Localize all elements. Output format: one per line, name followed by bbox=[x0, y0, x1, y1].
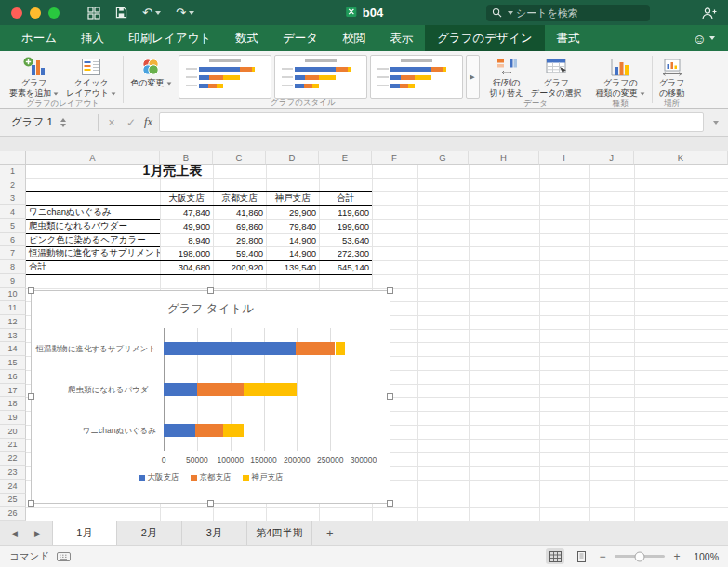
sheet-tab-2[interactable]: 3月 bbox=[182, 521, 247, 545]
chart-bar-segment[interactable] bbox=[164, 342, 296, 355]
row-header-10[interactable]: 10 bbox=[0, 288, 26, 302]
row-header-12[interactable]: 12 bbox=[0, 315, 26, 329]
cell-value-r4c1[interactable]: 198,000 bbox=[160, 246, 213, 260]
gallery-more-button[interactable]: ▶ bbox=[466, 55, 480, 99]
close-window-button[interactable] bbox=[11, 7, 22, 19]
column-header-B[interactable]: B bbox=[160, 151, 213, 165]
chart-resize-handle-top-center[interactable] bbox=[207, 287, 214, 294]
chart-bar-segment[interactable] bbox=[195, 424, 223, 437]
cell-column-header-1[interactable]: 大阪支店 bbox=[160, 191, 213, 205]
column-header-D[interactable]: D bbox=[266, 151, 319, 165]
switch-row-column-button[interactable]: 行/列の 切り替え bbox=[486, 55, 527, 99]
row-header-9[interactable]: 9 bbox=[0, 274, 26, 288]
row-header-18[interactable]: 18 bbox=[0, 397, 26, 411]
cell-value-r2c4[interactable]: 199,600 bbox=[319, 219, 372, 233]
enter-button[interactable]: ✓ bbox=[125, 116, 138, 129]
chart-resize-handle-top-left[interactable] bbox=[28, 287, 34, 294]
chart-resize-handle-bottom-right[interactable] bbox=[387, 500, 393, 507]
sheet-tab-1[interactable]: 2月 bbox=[117, 521, 182, 545]
ribbon-tab-6[interactable]: 表示 bbox=[377, 25, 425, 51]
ribbon-tab-4[interactable]: データ bbox=[271, 25, 330, 51]
cell-value-r1c4[interactable]: 119,600 bbox=[319, 205, 372, 219]
row-header-1[interactable]: 1 bbox=[0, 165, 26, 178]
cell-row-label-2[interactable]: 爬虫類になれるパウダー bbox=[26, 219, 160, 233]
row-header-26[interactable]: 26 bbox=[0, 507, 26, 521]
cell-value-r4c4[interactable]: 272,300 bbox=[319, 246, 372, 260]
cell-value-r1c3[interactable]: 29,900 bbox=[266, 205, 319, 219]
chart-resize-handle-middle-right[interactable] bbox=[387, 393, 393, 400]
column-header-J[interactable]: J bbox=[589, 151, 634, 165]
cell-column-header-3[interactable]: 神戸支店 bbox=[266, 191, 319, 205]
cell-total-value-4[interactable]: 645,140 bbox=[319, 260, 372, 274]
legend-item[interactable]: 京都支店 bbox=[191, 472, 232, 483]
column-header-C[interactable]: C bbox=[213, 151, 266, 165]
cell-row-label-3[interactable]: ピンク色に染めるヘアカラー bbox=[26, 233, 160, 247]
row-header-11[interactable]: 11 bbox=[0, 301, 26, 315]
zoom-level-label[interactable]: 100% bbox=[689, 551, 719, 562]
cell-total-label[interactable]: 合計 bbox=[26, 260, 160, 274]
cell-row-label-1[interactable]: ワニchanぬいぐるみ bbox=[26, 205, 160, 219]
row-header-14[interactable]: 14 bbox=[0, 342, 26, 356]
prev-sheet-icon[interactable]: ◀ bbox=[11, 529, 18, 538]
chart-bar-segment[interactable] bbox=[164, 383, 197, 396]
redo-button[interactable]: ↷ bbox=[176, 7, 194, 19]
row-header-22[interactable]: 22 bbox=[0, 452, 26, 466]
undo-button[interactable]: ↶ bbox=[142, 7, 161, 19]
ribbon-tab-0[interactable]: ホーム bbox=[9, 25, 69, 51]
chart-bar-segment[interactable] bbox=[336, 342, 346, 355]
cell-column-header-4[interactable]: 合計 bbox=[319, 191, 372, 205]
workbook-gallery-icon[interactable] bbox=[87, 7, 100, 20]
ribbon-tab-7[interactable]: グラフのデザイン bbox=[425, 25, 544, 51]
ribbon-tab-3[interactable]: 数式 bbox=[223, 25, 271, 51]
column-header-E[interactable]: E bbox=[319, 151, 372, 165]
row-header-24[interactable]: 24 bbox=[0, 480, 26, 494]
chart-resize-handle-middle-left[interactable] bbox=[28, 393, 34, 400]
sheet-tab-3[interactable]: 第4四半期 bbox=[247, 521, 312, 545]
minimize-window-button[interactable] bbox=[30, 7, 41, 19]
row-header-17[interactable]: 17 bbox=[0, 384, 26, 398]
cell-value-r1c2[interactable]: 41,860 bbox=[213, 205, 266, 219]
row-header-7[interactable]: 7 bbox=[0, 246, 26, 260]
fullscreen-window-button[interactable] bbox=[48, 7, 60, 19]
ribbon-tab-5[interactable]: 校閲 bbox=[330, 25, 377, 51]
share-people-icon[interactable] bbox=[701, 7, 717, 20]
quick-layout-button[interactable]: クイック レイアウト bbox=[62, 55, 120, 99]
column-header-G[interactable]: G bbox=[417, 151, 469, 165]
chart-bar-segment[interactable] bbox=[223, 424, 243, 437]
change-chart-type-button[interactable]: グラフの 種類の変更 bbox=[592, 55, 649, 99]
cell-column-header-2[interactable]: 京都支店 bbox=[213, 191, 266, 205]
cell-value-r4c3[interactable]: 14,900 bbox=[266, 246, 319, 260]
cell-value-r2c1[interactable]: 49,900 bbox=[160, 219, 213, 233]
row-header-21[interactable]: 21 bbox=[0, 439, 26, 453]
zoom-out-button[interactable]: − bbox=[598, 550, 607, 563]
row-header-16[interactable]: 16 bbox=[0, 370, 26, 384]
ribbon-tab-1[interactable]: 挿入 bbox=[69, 25, 116, 51]
cell-total-value-1[interactable]: 304,680 bbox=[160, 260, 213, 274]
row-header-19[interactable]: 19 bbox=[0, 411, 26, 425]
chart-object[interactable]: グラフ タイトル 大阪支店京都支店神戸支店 050000100000150000… bbox=[31, 290, 390, 504]
add-chart-element-button[interactable]: グラフ 要素を追加 bbox=[6, 55, 62, 99]
cell-value-r3c1[interactable]: 8,940 bbox=[160, 233, 213, 247]
cell-value-r4c2[interactable]: 59,400 bbox=[213, 246, 266, 260]
row-header-20[interactable]: 20 bbox=[0, 425, 26, 439]
row-header-13[interactable]: 13 bbox=[0, 329, 26, 343]
column-header-F[interactable]: F bbox=[372, 151, 417, 165]
legend-item[interactable]: 神戸支店 bbox=[243, 472, 284, 483]
insert-function-button[interactable]: fx bbox=[144, 115, 152, 129]
chart-bar-segment[interactable] bbox=[244, 383, 297, 396]
row-header-6[interactable]: 6 bbox=[0, 233, 26, 247]
row-header-8[interactable]: 8 bbox=[0, 260, 26, 274]
zoom-in-button[interactable]: + bbox=[672, 550, 682, 563]
expand-formula-bar-button[interactable] bbox=[710, 121, 719, 125]
cell-table-title[interactable]: 1月売上表 bbox=[26, 165, 319, 178]
cell-row-label-4[interactable]: 恒温動物に進化するサプリメント bbox=[26, 246, 160, 260]
chart-style-thumbnail-3[interactable] bbox=[370, 55, 463, 99]
feedback-smiley-button[interactable]: ☺ bbox=[693, 25, 715, 51]
column-header-K[interactable]: K bbox=[634, 151, 728, 165]
row-header-2[interactable]: 2 bbox=[0, 178, 26, 192]
cell-value-r2c3[interactable]: 79,840 bbox=[266, 219, 319, 233]
select-data-button[interactable]: グラフ データの選択 bbox=[527, 55, 586, 99]
row-header-23[interactable]: 23 bbox=[0, 466, 26, 480]
ribbon-tab-8[interactable]: 書式 bbox=[545, 25, 592, 51]
search-box[interactable] bbox=[486, 5, 650, 21]
